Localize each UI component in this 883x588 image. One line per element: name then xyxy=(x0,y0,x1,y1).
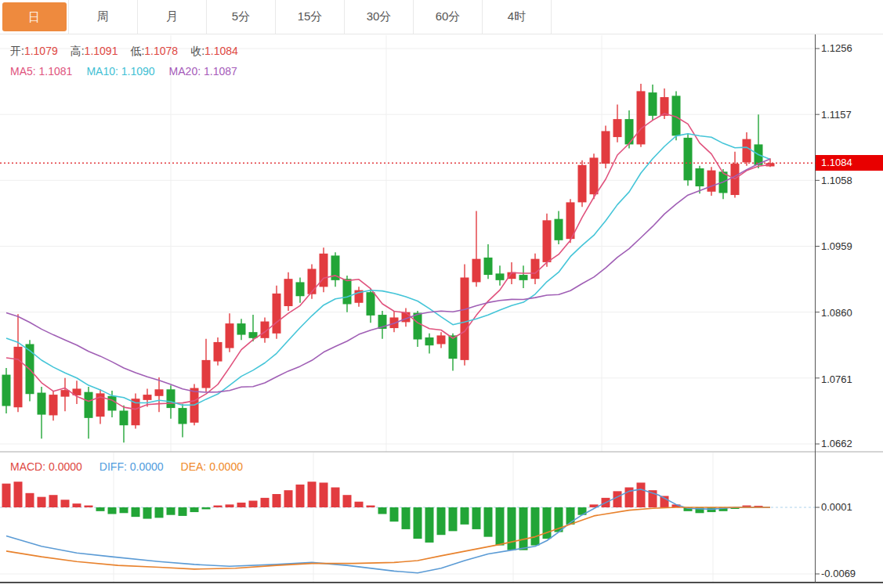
low-value: 1.1078 xyxy=(144,45,178,57)
price-tick-label: 1.0959 xyxy=(821,240,882,254)
close-label: 收: xyxy=(190,45,204,59)
ma-legend: MA5: 1.1081MA10: 1.1090MA20: 1.1087 xyxy=(10,65,237,78)
ma20-legend: MA20: 1.1087 xyxy=(169,65,237,78)
candlestick-canvas xyxy=(0,34,883,453)
tab-4hour[interactable]: 4时 xyxy=(483,0,552,34)
high-label: 高: xyxy=(71,45,85,59)
tab-week[interactable]: 周 xyxy=(69,0,138,34)
tab-day-label: 日 xyxy=(2,2,67,31)
ohlc-legend: 开:1.1079高:1.1091低:1.1078收:1.1084 xyxy=(10,45,251,59)
trading-chart-app: 日 周 月 5分 15分 30分 60分 4时 开:1.1079高:1.1091… xyxy=(0,0,883,588)
price-tick-label: 1.0761 xyxy=(821,373,882,387)
close-value: 1.1084 xyxy=(204,45,238,57)
macd-tick-label: 0.0001 xyxy=(821,500,882,514)
low-label: 低: xyxy=(130,45,144,59)
macd-chart-area[interactable]: MACD: 0.0000DIFF: 0.0000DEA: 0.0000 0.00… xyxy=(0,453,883,588)
current-price-badge: 1.1084 xyxy=(816,155,883,171)
price-tick-label: 1.1256 xyxy=(821,41,882,56)
ma5-legend: MA5: 1.1081 xyxy=(10,65,72,78)
open-value: 1.1079 xyxy=(24,45,58,57)
main-chart-area[interactable]: 开:1.1079高:1.1091低:1.1078收:1.1084 MA5: 1.… xyxy=(0,34,883,453)
diff-value-legend: DIFF: 0.0000 xyxy=(100,460,164,473)
tab-day[interactable]: 日 xyxy=(0,0,69,34)
macd-tick-label: -0.0069 xyxy=(821,567,882,581)
macd-legend: MACD: 0.0000DIFF: 0.0000DEA: 0.0000 xyxy=(10,460,243,473)
dea-value-legend: DEA: 0.0000 xyxy=(181,460,243,473)
tab-5min[interactable]: 5分 xyxy=(207,0,276,34)
price-tick-label: 1.0662 xyxy=(821,437,882,451)
high-value: 1.1091 xyxy=(85,45,118,57)
ma10-legend: MA10: 1.1090 xyxy=(86,65,154,78)
tab-30min[interactable]: 30分 xyxy=(345,0,414,34)
open-label: 开: xyxy=(10,45,24,59)
price-tick-label: 1.1157 xyxy=(821,108,882,122)
timeframe-tabbar: 日 周 月 5分 15分 30分 60分 4时 xyxy=(0,0,883,34)
price-tick-label: 1.0860 xyxy=(821,306,882,320)
tab-60min[interactable]: 60分 xyxy=(414,0,483,34)
tab-month[interactable]: 月 xyxy=(138,0,207,34)
macd-value-legend: MACD: 0.0000 xyxy=(10,460,82,473)
price-tick-label: 1.1058 xyxy=(821,174,882,188)
tab-15min[interactable]: 15分 xyxy=(276,0,345,34)
